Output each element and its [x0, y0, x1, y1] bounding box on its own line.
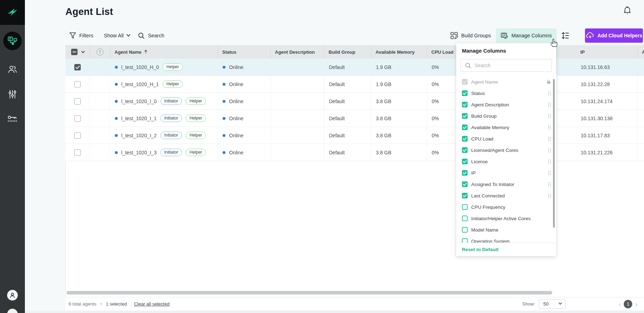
select-all-checkbox[interactable]: [71, 49, 78, 55]
column-label: Agent Description: [471, 102, 544, 107]
drag-handle-icon[interactable]: [548, 182, 551, 187]
column-toggle-licensed-agent-cores[interactable]: Licensed/Agent Cores: [456, 144, 556, 156]
agent-name-cell: l_test_1020_H_1 Helper: [110, 76, 218, 92]
drag-handle-icon[interactable]: [548, 193, 551, 198]
ip-cell: 10.131.16.63: [576, 59, 638, 75]
drag-handle-icon[interactable]: [548, 114, 551, 118]
table-row[interactable]: l_test_1020_I_0 Initiator Helper Online …: [65, 93, 644, 110]
table-row[interactable]: l_test_1020_I_1 Initiator Helper Online …: [65, 110, 644, 127]
sidebar-item-license[interactable]: [0, 109, 25, 129]
online-dot: [223, 83, 225, 86]
column-label: Build Group: [471, 113, 544, 119]
lock-icon: [546, 79, 551, 84]
reset-to-default-link[interactable]: Reset to Default: [462, 247, 499, 252]
column-toggle-build-group[interactable]: Build Group: [456, 110, 556, 122]
selection-menu-chevron-icon[interactable]: [81, 49, 85, 53]
column-toggle-cpu-load[interactable]: CPU Load: [456, 133, 556, 144]
column-toggle-ip[interactable]: IP: [456, 167, 556, 179]
checkbox-unchecked[interactable]: [462, 227, 468, 233]
checkbox-checked[interactable]: [462, 136, 468, 142]
panel-search-input[interactable]: [475, 63, 542, 68]
checkbox-checked[interactable]: [462, 124, 468, 130]
agent-description-header[interactable]: Agent Description: [271, 45, 324, 59]
column-toggle-operating-system[interactable]: Operating System: [456, 235, 556, 243]
panel-scrollbar[interactable]: [553, 79, 555, 228]
select-all-header-cell: [65, 45, 90, 59]
row-checkbox[interactable]: [74, 81, 81, 87]
row-checkbox[interactable]: [74, 132, 81, 139]
checkbox-checked[interactable]: [462, 193, 468, 198]
ip-cell: 10.131.22.28: [576, 76, 638, 92]
table-row[interactable]: l_test_1020_H_0 Helper Online Default 1.…: [65, 59, 644, 76]
next-page-button[interactable]: ›: [635, 301, 638, 308]
column-toggle-license[interactable]: License: [456, 156, 556, 167]
sidebar-item-users[interactable]: [0, 59, 25, 79]
checkbox-checked[interactable]: [462, 113, 468, 119]
panel-search-box[interactable]: [461, 59, 552, 72]
app-logo[interactable]: [0, 0, 25, 25]
checkbox-checked[interactable]: [462, 181, 468, 187]
search-button[interactable]: Search: [138, 28, 164, 43]
drag-handle-icon[interactable]: [548, 137, 551, 141]
column-toggle-status[interactable]: Status: [456, 87, 556, 99]
sort-carets-icon[interactable]: [144, 50, 147, 54]
column-toggle-last-connected[interactable]: Last Connected: [456, 190, 556, 201]
checkbox-checked[interactable]: [462, 90, 468, 96]
column-toggle-available-memory[interactable]: Available Memory: [456, 122, 556, 133]
row-alert-cell: [90, 110, 110, 127]
status-header[interactable]: Status: [218, 45, 271, 59]
current-page-indicator[interactable]: 1: [624, 300, 632, 308]
drag-handle-icon[interactable]: [548, 91, 551, 96]
add-cloud-helpers-button[interactable]: Add Cloud Helpers: [585, 28, 643, 43]
page-size-select[interactable]: 50: [539, 299, 565, 309]
checkbox-checked[interactable]: [462, 159, 468, 164]
table-row[interactable]: l_test_1020_I_2 Initiator Helper Online …: [65, 127, 644, 144]
sidebar-item-settings[interactable]: [0, 84, 25, 104]
column-toggle-agent-name: Agent Name: [456, 76, 556, 87]
status-cell: Online: [218, 76, 271, 92]
filters-button[interactable]: Filters: [69, 28, 93, 43]
column-toggle-assigned-to-initiator[interactable]: Assigned To Initiator: [456, 179, 556, 190]
helper-badge: Helper: [186, 97, 206, 105]
row-checkbox[interactable]: [74, 115, 81, 122]
table-row[interactable]: l_test_1020_I_3 Initiator Helper Online …: [65, 144, 644, 161]
table-row[interactable]: l_test_1020_H_1 Helper Online Default 1.…: [65, 76, 644, 93]
build-group-header[interactable]: Build Group: [324, 45, 371, 59]
show-filter-dropdown[interactable]: Show All: [104, 28, 130, 43]
row-checkbox[interactable]: [74, 149, 81, 156]
drag-handle-icon[interactable]: [548, 102, 551, 107]
available-memory-header[interactable]: Available Memory: [371, 45, 427, 59]
agent-name-header[interactable]: Agent Name: [110, 45, 218, 59]
checkbox-unchecked[interactable]: [462, 238, 468, 243]
drag-handle-icon[interactable]: [548, 171, 551, 175]
column-toggle-model-name[interactable]: Model Name: [456, 224, 556, 235]
sidebar-item-agents[interactable]: [3, 32, 22, 50]
checkbox-unchecked[interactable]: [462, 204, 468, 210]
row-checkbox[interactable]: [74, 98, 81, 105]
drag-handle-icon[interactable]: [548, 159, 551, 164]
status-text: Online: [229, 99, 243, 104]
description-cell: [271, 110, 324, 127]
drag-handle-icon[interactable]: [548, 148, 551, 153]
user-avatar[interactable]: [7, 290, 18, 301]
column-toggle-cpu-frequency[interactable]: CPU Frequency: [456, 201, 556, 213]
prev-page-button[interactable]: ‹: [619, 301, 621, 308]
assigned-to-initiator-header[interactable]: Assigned To Initiator: [638, 45, 644, 59]
manage-columns-button[interactable]: Manage Columns: [496, 28, 557, 43]
checkbox-checked[interactable]: [462, 147, 468, 153]
column-toggle-agent-description[interactable]: Agent Description: [456, 99, 556, 110]
build-groups-button[interactable]: Build Groups: [450, 28, 491, 43]
drag-handle-icon[interactable]: [548, 125, 551, 130]
checkbox-checked[interactable]: [462, 102, 468, 107]
online-dot: [223, 134, 225, 137]
notifications-button[interactable]: [622, 6, 633, 16]
secondary-avatar[interactable]: [7, 309, 18, 313]
row-density-button[interactable]: [561, 28, 570, 43]
column-toggle-initiator-helper-active-cores[interactable]: Initiator/Helper Active Cores: [456, 213, 556, 224]
horizontal-scrollbar[interactable]: [66, 291, 552, 295]
checkbox-checked[interactable]: [462, 170, 468, 176]
checkbox-unchecked[interactable]: [462, 216, 468, 221]
clear-all-selected-link[interactable]: Clear all selected: [134, 301, 170, 307]
ip-header[interactable]: IP: [576, 45, 638, 59]
row-checkbox[interactable]: [74, 64, 81, 70]
